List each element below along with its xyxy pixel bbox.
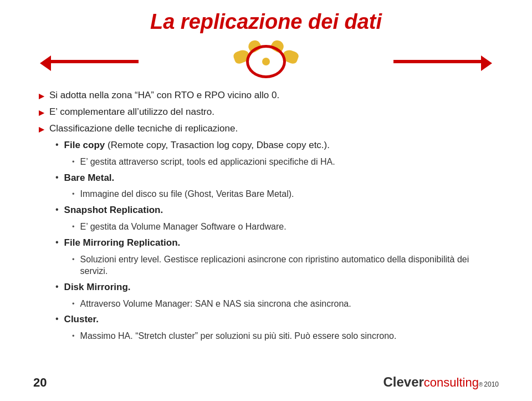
list-item: • Cluster.	[55, 313, 499, 326]
sub-sub-text: Soluzioni entry level. Gestisce replicaz…	[80, 253, 499, 277]
list-item: • E’ gestita da Volume Manager Software …	[72, 221, 499, 233]
sub-bullet-cluster: Cluster.	[64, 313, 99, 326]
footer: 20 Clever consulting ® 2010	[0, 374, 532, 390]
sub-sub-text: Attraverso Volume Manager: SAN e NAS sia…	[80, 298, 351, 310]
sub-list: • File copy (Remote copy, Trasaction log…	[55, 139, 499, 342]
list-item: • E’ gestita attraverso script, tools ed…	[72, 156, 499, 168]
circle-bullet-icon: •	[55, 314, 59, 324]
sub-sub-list: • Immagine del disco su file (Ghost, Ver…	[72, 188, 499, 200]
list-item: • Massimo HA. “Stretch cluster” per solu…	[72, 330, 499, 342]
small-bullet-icon: •	[72, 158, 75, 166]
page: La replicazione dei dati ▸ Si adotta nel…	[0, 0, 532, 401]
circle-bullet-icon: •	[55, 282, 59, 292]
small-bullet-icon: •	[72, 332, 75, 340]
sub-sub-text: Massimo HA. “Stretch cluster” per soluzi…	[80, 330, 397, 342]
list-item: • File Mirroring Replication.	[55, 237, 499, 250]
list-item: • Immagine del disco su file (Ghost, Ver…	[72, 188, 499, 200]
arrow-diagram	[33, 39, 499, 84]
logo-consulting: consulting	[424, 375, 479, 390]
circle-bullet-icon: •	[55, 205, 59, 215]
page-number: 20	[33, 375, 47, 390]
logo-registered: ®	[479, 382, 483, 388]
logo-text: Clever	[383, 374, 423, 389]
list-item: ▸ Classificazione delle tecniche di repl…	[39, 123, 499, 135]
disk-mirror-label: Disk Mirroring.	[64, 282, 131, 292]
file-copy-suffix: (Remote copy, Trasaction log copy, Dbase…	[105, 140, 330, 150]
sub-bullet-file-mirror: File Mirroring Replication.	[64, 237, 181, 250]
bullet-text-1: Si adotta nella zona “HA” con RTO e RPO …	[49, 89, 279, 102]
list-item: • Snapshot Replication.	[55, 204, 499, 217]
sub-bullet-disk-mirror: Disk Mirroring.	[64, 281, 131, 294]
bow-decoration	[244, 45, 288, 78]
logo-clever: Clever	[383, 374, 423, 390]
page-title: La replicazione dei dati	[0, 10, 532, 34]
list-item: • Attraverso Volume Manager: SAN e NAS s…	[72, 298, 499, 310]
left-arrow-icon	[50, 60, 139, 63]
arrow-bullet-icon: ▸	[39, 106, 44, 119]
sub-bullet-bare-metal: Bare Metal.	[64, 172, 115, 185]
arrow-bullet-icon: ▸	[39, 123, 44, 135]
small-bullet-icon: •	[72, 300, 75, 308]
header: La replicazione dei dati	[0, 0, 532, 39]
list-item: • Soluzioni entry level. Gestisce replic…	[72, 253, 499, 277]
logo-year: 2010	[484, 380, 499, 388]
bullet-text-2: E’ complementare all’utilizzo del nastro…	[49, 106, 214, 119]
list-item: • Bare Metal.	[55, 172, 499, 185]
file-copy-label: File copy	[64, 140, 105, 150]
sub-sub-text: E’ gestita da Volume Manager Software o …	[80, 221, 287, 233]
right-arrow-icon	[393, 60, 482, 63]
circle-bullet-icon: •	[55, 140, 59, 150]
bare-metal-label: Bare Metal.	[64, 172, 115, 183]
sub-sub-list: • E’ gestita da Volume Manager Software …	[72, 221, 499, 233]
sub-sub-list: • E’ gestita attraverso script, tools ed…	[72, 156, 499, 168]
sub-sub-text: Immagine del disco su file (Ghost, Verit…	[80, 188, 294, 200]
small-bullet-icon: •	[72, 190, 75, 198]
snapshot-label: Snapshot Replication.	[64, 205, 163, 215]
sub-bullet-snapshot: Snapshot Replication.	[64, 204, 163, 217]
sub-bullet-file-copy: File copy (Remote copy, Trasaction log c…	[64, 139, 330, 152]
small-bullet-icon: •	[72, 255, 75, 263]
circle-bullet-icon: •	[55, 172, 59, 182]
list-item: • File copy (Remote copy, Trasaction log…	[55, 139, 499, 152]
content: ▸ Si adotta nella zona “HA” con RTO e RP…	[0, 84, 532, 352]
bullet-text-3: Classificazione delle tecniche di replic…	[49, 123, 238, 135]
sub-sub-list: • Soluzioni entry level. Gestisce replic…	[72, 253, 499, 277]
arrow-bullet-icon: ▸	[39, 90, 44, 102]
list-item: • Disk Mirroring.	[55, 281, 499, 294]
cluster-label: Cluster.	[64, 314, 99, 324]
list-item: ▸ Si adotta nella zona “HA” con RTO e RP…	[39, 89, 499, 102]
sub-sub-list: • Massimo HA. “Stretch cluster” per solu…	[72, 330, 499, 342]
list-item: ▸ E’ complementare all’utilizzo del nast…	[39, 106, 499, 119]
small-bullet-icon: •	[72, 222, 75, 231]
circle-bullet-icon: •	[55, 237, 59, 247]
sub-sub-text: E’ gestita attraverso script, tools ed a…	[80, 156, 335, 168]
bow-center-icon	[262, 58, 270, 65]
logo: Clever consulting ® 2010	[383, 374, 499, 390]
sub-sub-list: • Attraverso Volume Manager: SAN e NAS s…	[72, 298, 499, 310]
file-mirror-label: File Mirroring Replication.	[64, 237, 181, 248]
